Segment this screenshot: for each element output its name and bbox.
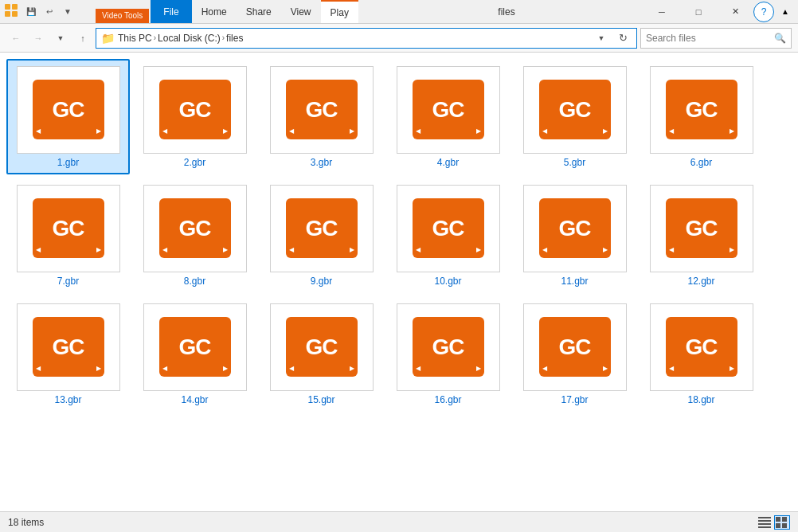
breadcrumb-files[interactable]: files — [226, 33, 243, 44]
file-item[interactable]: GC ◀ ▶ 4.gbr — [386, 59, 510, 174]
file-name: 1.gbr — [57, 157, 79, 168]
file-item[interactable]: GC ◀ ▶ 15.gbr — [260, 296, 383, 412]
tab-share[interactable]: Share — [237, 0, 281, 23]
save-quick-access[interactable]: 💾 — [23, 4, 39, 20]
quick-access-dropdown[interactable]: ▼ — [60, 4, 76, 20]
file-item[interactable]: GC ◀ ▶ 7.gbr — [6, 178, 130, 293]
file-item[interactable]: GC ◀ ▶ 1.gbr — [6, 59, 130, 174]
up-button[interactable]: ↑ — [73, 29, 92, 48]
close-button[interactable]: ✕ — [717, 0, 753, 24]
collapse-ribbon-button[interactable]: ▲ — [777, 4, 793, 20]
file-item[interactable]: GC ◀ ▶ 18.gbr — [640, 296, 763, 412]
address-box[interactable]: 📁 This PC › Local Disk (C:) › files ▼ ↻ — [96, 28, 637, 49]
file-item[interactable]: GC ◀ ▶ 10.gbr — [386, 178, 510, 293]
file-thumbnail: GC ◀ ▶ — [17, 66, 120, 154]
tab-home[interactable]: Home — [192, 0, 237, 23]
file-thumbnail: GC ◀ ▶ — [523, 303, 627, 391]
breadcrumb-this-pc[interactable]: This PC — [118, 33, 152, 44]
gc-text: GC — [686, 97, 718, 123]
gc-logo: GC ◀ ▶ — [159, 198, 231, 258]
gc-logo: GC ◀ ▶ — [413, 80, 484, 139]
svg-rect-5 — [758, 520, 771, 522]
gc-arrows: ◀ ▶ — [539, 246, 611, 253]
large-icons-view-button[interactable] — [774, 515, 790, 530]
gc-logo: GC ◀ ▶ — [286, 198, 358, 258]
file-item[interactable]: GC ◀ ▶ 11.gbr — [513, 178, 636, 293]
file-item[interactable]: GC ◀ ▶ 17.gbr — [513, 296, 636, 412]
search-input[interactable] — [646, 33, 771, 44]
help-button[interactable]: ? — [753, 2, 774, 22]
file-thumbnail: GC ◀ ▶ — [17, 303, 120, 391]
file-item[interactable]: GC ◀ ▶ 6.gbr — [640, 59, 763, 174]
file-item[interactable]: GC ◀ ▶ 2.gbr — [133, 59, 256, 174]
address-bar: ← → ▼ ↑ 📁 This PC › Local Disk (C:) › fi… — [0, 24, 798, 53]
gc-arrows: ◀ ▶ — [286, 127, 358, 135]
file-thumbnail: GC ◀ ▶ — [270, 303, 374, 391]
search-box[interactable]: 🔍 — [640, 28, 792, 49]
file-name: 8.gbr — [184, 276, 205, 287]
forward-button[interactable]: → — [29, 29, 48, 48]
gc-text: GC — [179, 97, 211, 123]
address-dropdown-button[interactable]: ▼ — [592, 29, 611, 48]
tab-file[interactable]: File — [151, 0, 191, 23]
view-buttons — [757, 515, 790, 530]
gc-text: GC — [53, 97, 84, 123]
undo-quick-access[interactable]: ↩ — [41, 4, 57, 20]
file-thumbnail: GC ◀ ▶ — [650, 303, 753, 391]
file-item[interactable]: GC ◀ ▶ 13.gbr — [6, 296, 130, 412]
status-bar: 18 items — [0, 511, 798, 532]
item-count: 18 items — [8, 517, 44, 528]
file-item[interactable]: GC ◀ ▶ 16.gbr — [386, 296, 510, 412]
folder-icon: 📁 — [101, 32, 115, 45]
gc-text: GC — [686, 216, 718, 241]
file-thumbnail: GC ◀ ▶ — [270, 185, 374, 272]
file-item[interactable]: GC ◀ ▶ 14.gbr — [133, 296, 256, 412]
tab-view[interactable]: View — [281, 0, 321, 23]
gc-text: GC — [559, 97, 591, 123]
file-thumbnail: GC ◀ ▶ — [650, 185, 753, 272]
window-title: files — [370, 6, 643, 18]
details-view-button[interactable] — [757, 515, 773, 530]
file-thumbnail: GC ◀ ▶ — [270, 66, 374, 154]
gc-arrows: ◀ ▶ — [286, 365, 358, 372]
file-item[interactable]: GC ◀ ▶ 8.gbr — [133, 178, 256, 293]
minimize-button[interactable]: ─ — [643, 0, 680, 24]
back-button[interactable]: ← — [6, 29, 25, 48]
file-item[interactable]: GC ◀ ▶ 3.gbr — [260, 59, 383, 174]
gc-logo: GC ◀ ▶ — [159, 80, 231, 139]
file-thumbnail: GC ◀ ▶ — [143, 185, 247, 272]
file-name: 5.gbr — [564, 157, 585, 168]
recent-locations-button[interactable]: ▼ — [51, 29, 70, 48]
gc-logo: GC ◀ ▶ — [666, 317, 737, 377]
gc-arrows: ◀ ▶ — [33, 365, 104, 372]
gc-text: GC — [306, 216, 338, 241]
gc-text: GC — [432, 97, 464, 123]
file-thumbnail: GC ◀ ▶ — [397, 66, 500, 154]
file-name: 9.gbr — [311, 276, 332, 287]
gc-text: GC — [53, 216, 84, 241]
gc-logo: GC ◀ ▶ — [413, 317, 484, 377]
gc-logo: GC ◀ ▶ — [159, 317, 231, 377]
file-thumbnail: GC ◀ ▶ — [397, 185, 500, 272]
tab-play[interactable]: Play — [321, 0, 358, 23]
file-thumbnail: GC ◀ ▶ — [523, 66, 627, 154]
gc-text: GC — [306, 334, 338, 360]
gc-text: GC — [432, 216, 464, 241]
file-thumbnail: GC ◀ ▶ — [397, 303, 500, 391]
file-name: 17.gbr — [561, 394, 588, 405]
file-name: 13.gbr — [54, 394, 81, 405]
file-name: 16.gbr — [434, 394, 461, 405]
svg-rect-8 — [776, 517, 780, 522]
file-thumbnail: GC ◀ ▶ — [650, 66, 753, 154]
file-grid: GC ◀ ▶ 1.gbr GC ◀ ▶ 2.gbr GC — [0, 53, 798, 511]
refresh-button[interactable]: ↻ — [614, 29, 632, 47]
maximize-button[interactable]: □ — [680, 0, 717, 24]
file-name: 15.gbr — [307, 394, 334, 405]
gc-logo: GC ◀ ▶ — [413, 198, 484, 258]
file-item[interactable]: GC ◀ ▶ 12.gbr — [640, 178, 763, 293]
breadcrumb-local-disk[interactable]: Local Disk (C:) — [158, 33, 221, 44]
file-thumbnail: GC ◀ ▶ — [143, 303, 247, 391]
file-item[interactable]: GC ◀ ▶ 5.gbr — [513, 59, 636, 174]
file-item[interactable]: GC ◀ ▶ 9.gbr — [260, 178, 383, 293]
file-name: 7.gbr — [57, 276, 79, 287]
